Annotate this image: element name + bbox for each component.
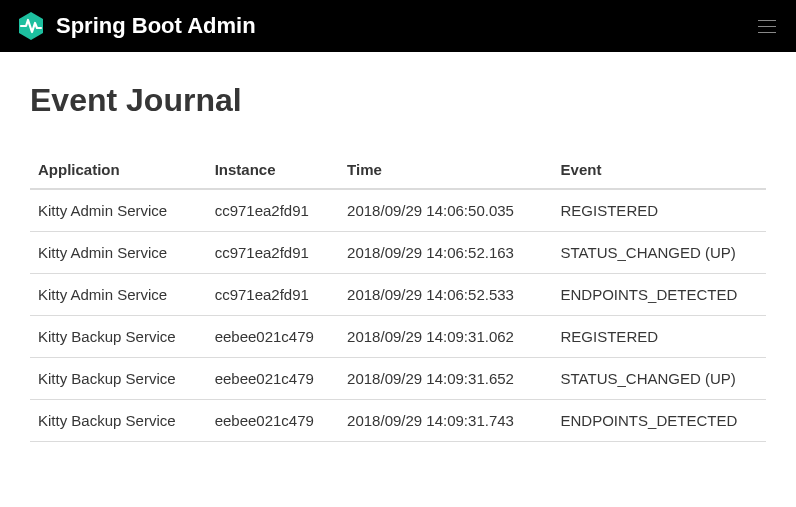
navbar-burger-icon[interactable]: [754, 16, 780, 37]
cell-time: 2018/09/29 14:06:52.163: [339, 232, 552, 274]
cell-event: STATUS_CHANGED (UP): [553, 358, 766, 400]
main-content: Event Journal Application Instance Time …: [0, 52, 796, 472]
table-header-row: Application Instance Time Event: [30, 151, 766, 189]
cell-application: Kitty Admin Service: [30, 232, 207, 274]
cell-event: STATUS_CHANGED (UP): [553, 232, 766, 274]
page-title: Event Journal: [30, 82, 766, 119]
cell-event: ENDPOINTS_DETECTED: [553, 400, 766, 442]
cell-time: 2018/09/29 14:06:50.035: [339, 189, 552, 232]
cell-time: 2018/09/29 14:06:52.533: [339, 274, 552, 316]
cell-application: Kitty Admin Service: [30, 274, 207, 316]
cell-event: REGISTERED: [553, 316, 766, 358]
cell-instance: eebee021c479: [207, 316, 339, 358]
cell-application: Kitty Backup Service: [30, 400, 207, 442]
cell-time: 2018/09/29 14:09:31.062: [339, 316, 552, 358]
column-header-instance[interactable]: Instance: [207, 151, 339, 189]
navbar: Spring Boot Admin: [0, 0, 796, 52]
cell-application: Kitty Admin Service: [30, 189, 207, 232]
cell-instance: eebee021c479: [207, 358, 339, 400]
cell-instance: cc971ea2fd91: [207, 274, 339, 316]
cell-application: Kitty Backup Service: [30, 358, 207, 400]
table-row[interactable]: Kitty Admin Servicecc971ea2fd912018/09/2…: [30, 189, 766, 232]
table-row[interactable]: Kitty Backup Serviceeebee021c4792018/09/…: [30, 358, 766, 400]
column-header-application[interactable]: Application: [30, 151, 207, 189]
column-header-event[interactable]: Event: [553, 151, 766, 189]
table-row[interactable]: Kitty Backup Serviceeebee021c4792018/09/…: [30, 400, 766, 442]
cell-instance: cc971ea2fd91: [207, 232, 339, 274]
table-row[interactable]: Kitty Admin Servicecc971ea2fd912018/09/2…: [30, 232, 766, 274]
navbar-brand[interactable]: Spring Boot Admin: [16, 11, 256, 41]
cell-instance: cc971ea2fd91: [207, 189, 339, 232]
cell-time: 2018/09/29 14:09:31.743: [339, 400, 552, 442]
cell-event: REGISTERED: [553, 189, 766, 232]
cell-instance: eebee021c479: [207, 400, 339, 442]
table-row[interactable]: Kitty Admin Servicecc971ea2fd912018/09/2…: [30, 274, 766, 316]
spring-boot-admin-logo-icon: [16, 11, 46, 41]
column-header-time[interactable]: Time: [339, 151, 552, 189]
navbar-title: Spring Boot Admin: [56, 13, 256, 39]
table-row[interactable]: Kitty Backup Serviceeebee021c4792018/09/…: [30, 316, 766, 358]
cell-application: Kitty Backup Service: [30, 316, 207, 358]
cell-time: 2018/09/29 14:09:31.652: [339, 358, 552, 400]
cell-event: ENDPOINTS_DETECTED: [553, 274, 766, 316]
event-journal-table: Application Instance Time Event Kitty Ad…: [30, 151, 766, 442]
